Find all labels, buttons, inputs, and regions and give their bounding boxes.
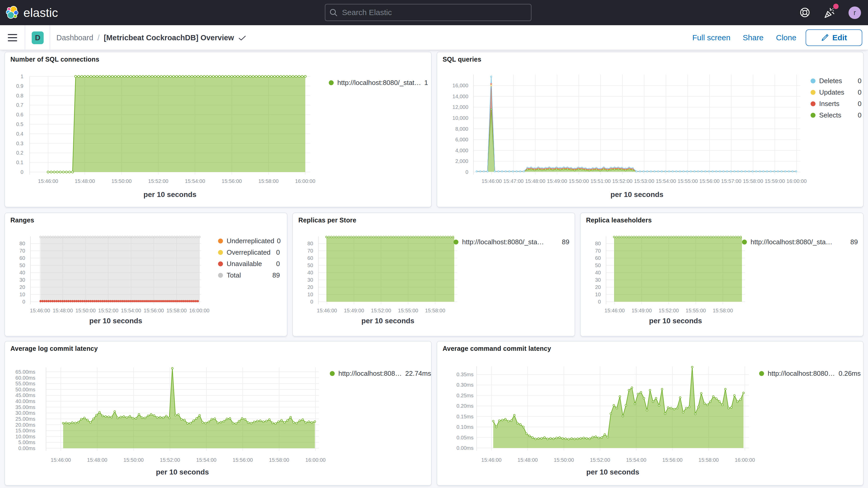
- svg-text:15:49:00: 15:49:00: [631, 308, 652, 313]
- svg-text:15:50:00: 15:50:00: [554, 457, 574, 463]
- svg-text:10: 10: [595, 292, 601, 297]
- svg-text:55.00ms: 55.00ms: [16, 381, 35, 387]
- svg-text:14,000: 14,000: [453, 94, 468, 99]
- svg-text:15:56:00: 15:56:00: [222, 178, 242, 184]
- svg-text:15:55:00: 15:55:00: [678, 178, 698, 184]
- svg-text:15:52:00: 15:52:00: [590, 457, 610, 463]
- svg-text:per 10 seconds: per 10 seconds: [611, 190, 663, 199]
- svg-text:40.00ms: 40.00ms: [16, 398, 35, 404]
- svg-text:15:58:00: 15:58:00: [425, 308, 445, 313]
- svg-text:70: 70: [20, 248, 25, 254]
- svg-text:50.00ms: 50.00ms: [16, 387, 35, 392]
- svg-text:0.10ms: 0.10ms: [456, 424, 473, 430]
- svg-text:80: 80: [20, 241, 25, 246]
- svg-text:per 10 seconds: per 10 seconds: [144, 190, 196, 199]
- svg-text:15:48:00: 15:48:00: [525, 178, 546, 184]
- svg-text:15:50:00: 15:50:00: [75, 308, 96, 313]
- svg-text:0.3: 0.3: [16, 141, 23, 146]
- svg-text:15:55:00: 15:55:00: [398, 308, 418, 313]
- svg-text:15:47:00: 15:47:00: [503, 178, 524, 184]
- svg-text:per 10 seconds: per 10 seconds: [89, 317, 143, 325]
- svg-text:15:48:00: 15:48:00: [87, 457, 107, 463]
- svg-text:15:48:00: 15:48:00: [518, 457, 538, 463]
- svg-text:20: 20: [307, 284, 313, 290]
- svg-text:15:46:00: 15:46:00: [38, 178, 58, 184]
- svg-text:per 10 seconds: per 10 seconds: [362, 317, 414, 325]
- svg-text:15:46:00: 15:46:00: [51, 457, 71, 463]
- svg-text:15:54:00: 15:54:00: [121, 308, 141, 313]
- svg-text:16:00:00: 16:00:00: [735, 457, 755, 463]
- svg-text:0.6: 0.6: [16, 112, 23, 118]
- svg-text:15:58:00: 15:58:00: [258, 178, 279, 184]
- svg-text:70: 70: [595, 248, 601, 254]
- svg-text:60: 60: [20, 255, 25, 261]
- svg-text:30: 30: [595, 277, 601, 283]
- svg-text:15:52:00: 15:52:00: [98, 308, 119, 313]
- svg-text:2,000: 2,000: [455, 158, 468, 164]
- svg-text:15:46:00: 15:46:00: [30, 308, 50, 313]
- svg-text:0.9: 0.9: [16, 83, 23, 89]
- svg-text:80: 80: [595, 241, 601, 246]
- svg-text:6,000: 6,000: [455, 137, 468, 143]
- svg-text:5.00ms: 5.00ms: [18, 439, 35, 445]
- svg-text:0.00ms: 0.00ms: [18, 446, 35, 451]
- svg-text:65.00ms: 65.00ms: [16, 369, 35, 375]
- svg-text:20: 20: [20, 284, 25, 290]
- svg-text:0.20ms: 0.20ms: [456, 403, 473, 409]
- svg-text:16:00:00: 16:00:00: [189, 308, 210, 313]
- svg-text:0.35ms: 0.35ms: [456, 372, 473, 377]
- svg-text:15:54:00: 15:54:00: [626, 457, 646, 463]
- svg-text:12,000: 12,000: [453, 104, 468, 110]
- svg-text:15:50:00: 15:50:00: [123, 457, 144, 463]
- svg-text:15:58:00: 15:58:00: [699, 457, 719, 463]
- svg-text:15:52:00: 15:52:00: [371, 308, 391, 313]
- svg-text:15:50:00: 15:50:00: [569, 178, 589, 184]
- svg-text:15.00ms: 15.00ms: [16, 428, 35, 433]
- svg-text:10,000: 10,000: [453, 115, 468, 121]
- svg-text:15:56:00: 15:56:00: [144, 308, 164, 313]
- svg-text:0.2: 0.2: [16, 150, 23, 156]
- svg-text:4,000: 4,000: [455, 148, 468, 153]
- svg-text:15:52:00: 15:52:00: [658, 308, 679, 313]
- svg-text:50: 50: [595, 263, 601, 268]
- svg-text:15:50:00: 15:50:00: [112, 178, 132, 184]
- svg-text:15:52:00: 15:52:00: [160, 457, 180, 463]
- svg-text:15:49:00: 15:49:00: [344, 308, 364, 313]
- svg-text:per 10 seconds: per 10 seconds: [156, 468, 209, 476]
- svg-text:0.05ms: 0.05ms: [456, 435, 473, 440]
- svg-text:50: 50: [20, 263, 25, 268]
- svg-text:15:54:00: 15:54:00: [185, 178, 205, 184]
- svg-text:60: 60: [307, 255, 313, 261]
- svg-text:0.00ms: 0.00ms: [456, 445, 473, 451]
- svg-text:15:49:00: 15:49:00: [547, 178, 567, 184]
- svg-text:0.15ms: 0.15ms: [456, 414, 473, 419]
- svg-text:10: 10: [307, 292, 313, 297]
- svg-text:8,000: 8,000: [455, 126, 468, 132]
- svg-text:16:00:00: 16:00:00: [305, 457, 326, 463]
- svg-text:15:58:00: 15:58:00: [743, 178, 763, 184]
- svg-text:45.00ms: 45.00ms: [16, 392, 35, 398]
- svg-text:20: 20: [595, 284, 601, 290]
- svg-text:per 10 seconds: per 10 seconds: [586, 468, 639, 476]
- svg-text:80: 80: [307, 241, 313, 246]
- svg-text:1: 1: [21, 73, 23, 79]
- svg-text:15:58:00: 15:58:00: [269, 457, 289, 463]
- svg-text:0.7: 0.7: [16, 102, 23, 108]
- svg-text:0.8: 0.8: [16, 93, 23, 98]
- svg-text:15:52:00: 15:52:00: [612, 178, 632, 184]
- svg-text:15:56:00: 15:56:00: [662, 457, 683, 463]
- svg-text:70: 70: [307, 248, 313, 254]
- svg-text:20.00ms: 20.00ms: [16, 422, 35, 428]
- svg-text:15:48:00: 15:48:00: [53, 308, 73, 313]
- svg-text:16,000: 16,000: [453, 83, 468, 88]
- svg-text:15:58:00: 15:58:00: [166, 308, 187, 313]
- svg-text:0: 0: [598, 299, 601, 305]
- svg-text:30: 30: [20, 277, 25, 283]
- svg-text:30.00ms: 30.00ms: [16, 410, 35, 416]
- svg-text:0: 0: [22, 299, 25, 305]
- svg-text:25.00ms: 25.00ms: [16, 416, 35, 422]
- svg-text:50: 50: [307, 263, 313, 268]
- svg-text:15:46:00: 15:46:00: [481, 457, 502, 463]
- svg-text:15:52:00: 15:52:00: [148, 178, 168, 184]
- svg-text:per 10 seconds: per 10 seconds: [649, 317, 702, 325]
